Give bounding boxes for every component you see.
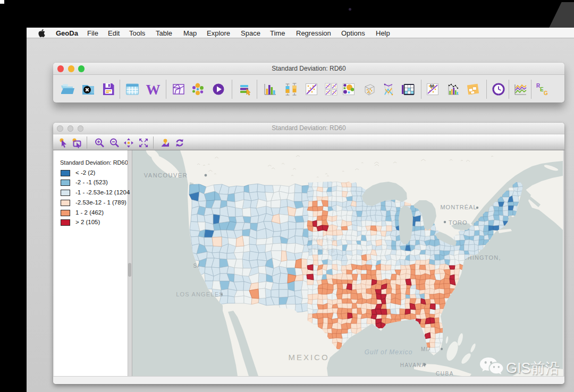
svg-text:TORO: TORO <box>449 219 468 226</box>
svg-text:VANCOUVER: VANCOUVER <box>144 172 188 178</box>
svg-text:CUBA: CUBA <box>436 371 454 376</box>
svg-text:MEXICO: MEXICO <box>288 353 329 362</box>
svg-text:E: E <box>540 87 544 92</box>
svg-text:HAVANA: HAVANA <box>400 362 426 368</box>
svg-text:GIS前沿: GIS前沿 <box>506 360 560 376</box>
svg-text:MONTRÉAL: MONTRÉAL <box>440 204 477 210</box>
svg-text:Gulf of Mexico: Gulf of Mexico <box>365 348 413 356</box>
svg-text:LOS ANGELES: LOS ANGELES <box>176 291 224 297</box>
svg-text:G: G <box>544 90 548 96</box>
svg-text:STATES: STATES <box>308 248 336 253</box>
svg-text:W: W <box>146 82 161 97</box>
svg-text:UNITED: UNITED <box>308 237 336 243</box>
